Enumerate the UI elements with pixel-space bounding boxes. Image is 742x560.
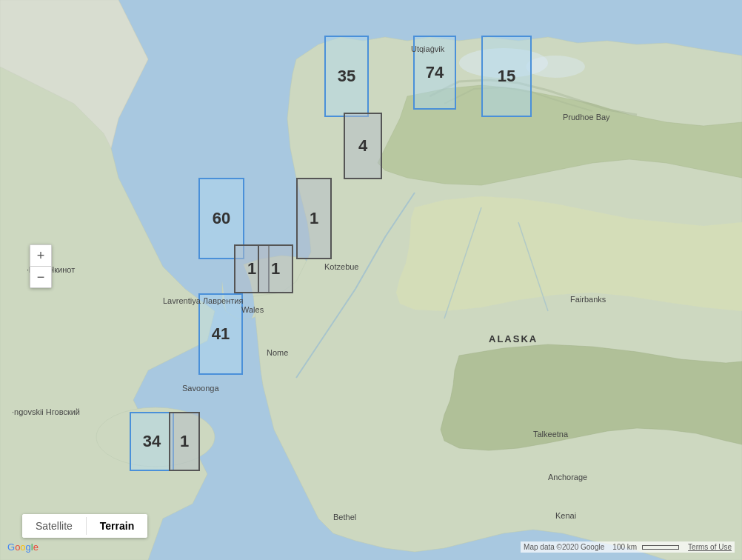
scale-label: 100 km [612, 543, 637, 551]
map-box-box-1c[interactable]: 1 [258, 244, 293, 293]
satellite-button[interactable]: Satellite [22, 514, 86, 538]
zoom-controls: + − [30, 244, 52, 288]
attribution: Map data ©2020 Google 100 km Terms of Us… [521, 541, 735, 553]
map-data-label: Map data ©2020 Google [524, 543, 604, 551]
map-box-box-1d[interactable]: 1 [169, 412, 200, 471]
map-type-toggle: Satellite Terrain [22, 514, 147, 538]
map-box-box-41[interactable]: 41 [198, 293, 243, 375]
map-box-box-35[interactable]: 35 [324, 36, 369, 117]
map-box-box-74[interactable]: 74 [413, 36, 456, 110]
map-svg [0, 0, 742, 560]
terrain-button[interactable]: Terrain [87, 514, 147, 538]
svg-point-3 [526, 56, 585, 78]
zoom-out-button[interactable]: − [30, 267, 51, 287]
google-logo-letter-g: G [7, 541, 15, 553]
map-box-box-15[interactable]: 15 [481, 36, 532, 117]
google-logo: Google [7, 541, 39, 553]
google-logo-letter-e: e [33, 541, 39, 553]
map-box-box-34[interactable]: 34 [130, 412, 174, 471]
map-box-box-1a[interactable]: 1 [296, 178, 332, 259]
zoom-in-button[interactable]: + [30, 245, 51, 266]
terms-of-use-link[interactable]: Terms of Use [688, 543, 732, 551]
google-logo-letter-g2: g [26, 541, 31, 553]
map-container: 35741546011141341 UtqiaġvikPrudhoe BayAL… [0, 0, 742, 560]
scale-line-bar [642, 545, 679, 550]
map-box-box-4[interactable]: 4 [344, 113, 382, 179]
google-logo-letter-o2: o [20, 541, 25, 553]
